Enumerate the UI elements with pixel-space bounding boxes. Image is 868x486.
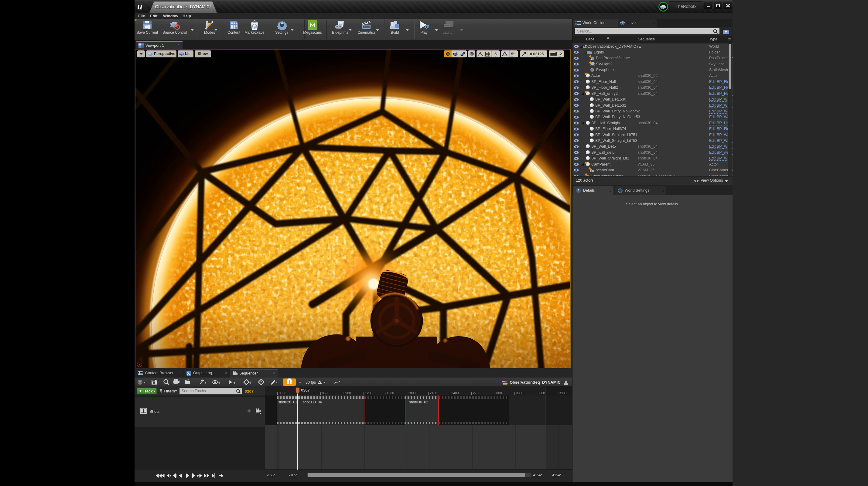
svg-text:30 fps: 30 fps: [306, 380, 316, 385]
svg-text:2: 2: [560, 52, 562, 56]
svg-text:Filters: Filters: [164, 389, 175, 393]
svg-text:5°: 5°: [511, 52, 515, 56]
svg-text:ObservationSeq_DYNAMIC: ObservationSeq_DYNAMIC: [509, 380, 561, 385]
svg-text:Shots: Shots: [149, 409, 160, 414]
svg-text:0.03125: 0.03125: [530, 52, 544, 56]
svg-text:u: u: [137, 2, 143, 11]
svg-text:u: u: [254, 24, 256, 29]
svg-text:Track: Track: [143, 389, 153, 393]
svg-text:5: 5: [494, 52, 497, 56]
